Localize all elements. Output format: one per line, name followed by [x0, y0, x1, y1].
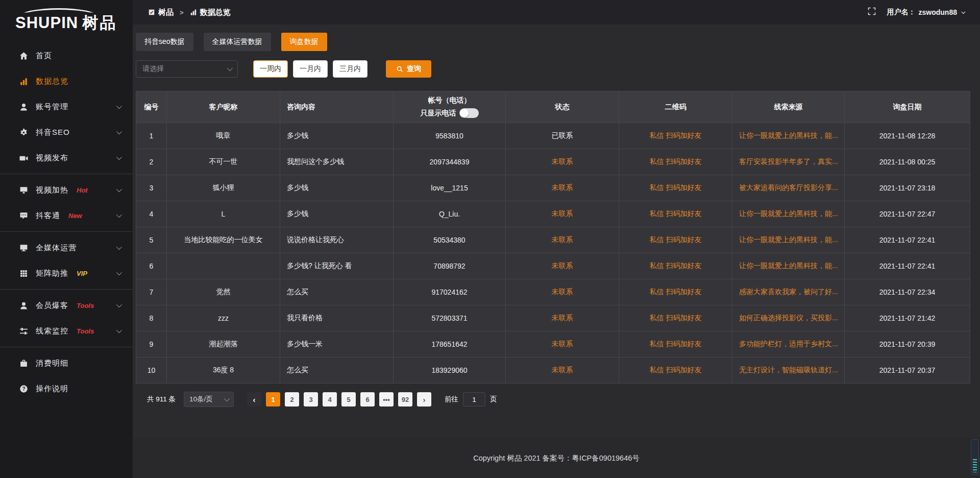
sidebar-item[interactable]: 视频发布 [0, 145, 133, 171]
sidebar-item[interactable] [0, 174, 133, 174]
tab[interactable]: 询盘数据 [281, 33, 327, 51]
breadcrumb-current[interactable]: 数据总览 [190, 8, 231, 17]
source-link[interactable]: 被大家追着问的客厅投影分享... [732, 175, 845, 201]
page-button[interactable]: 3 [304, 392, 318, 407]
page-button[interactable]: 6 [360, 392, 375, 407]
next-page-button[interactable]: › [417, 392, 431, 407]
menu-badge: Hot [77, 186, 88, 194]
sidebar-item[interactable]: 抖客通 New [0, 203, 133, 228]
gear-icon [19, 128, 28, 137]
sidebar-item[interactable]: 数据总览 [0, 68, 133, 94]
page-size-select[interactable]: 10条/页 [184, 392, 234, 407]
filter-select[interactable]: 请选择 [136, 60, 238, 78]
cell-date: 2021-11-07 22:47 [845, 201, 970, 227]
breadcrumb-root[interactable]: 树品 [148, 8, 174, 17]
page-button[interactable]: 4 [323, 392, 337, 407]
cell-no: 10 [136, 357, 167, 384]
goto-page-input[interactable] [463, 392, 485, 407]
period-buttons: 一周内 一月内 三月内 [253, 60, 368, 78]
tab[interactable]: 抖音seo数据 [136, 33, 193, 51]
menu-label: 操作说明 [36, 384, 68, 394]
cell-no: 9 [136, 331, 167, 357]
monitor-icon [19, 244, 28, 252]
qrcode-link[interactable]: 私信 扫码加好友 [619, 357, 732, 384]
cell-status: 未联系 [506, 149, 619, 175]
qrcode-link[interactable]: 私信 扫码加好友 [619, 253, 732, 279]
header-inquiry: 咨询内容 [280, 91, 394, 123]
sidebar-item[interactable]: 抖音SEO [0, 119, 133, 145]
source-link[interactable]: 让你一眼就爱上的黑科技，能... [732, 227, 845, 253]
source-link[interactable]: 客厅安装投影半年多了，真实... [732, 149, 845, 175]
sidebar-item[interactable] [0, 289, 133, 290]
inquiry-table: 编号 客户昵称 咨询内容 帐号（电话） 只显示电话 状态 二维码 线索来源 [136, 91, 970, 384]
chevron-down-icon [116, 129, 122, 134]
page-button[interactable]: 1 [266, 392, 280, 407]
cell-date: 2021-11-07 20:39 [845, 331, 970, 357]
page-button[interactable]: 92 [398, 392, 412, 407]
cell-account: 9583810 [394, 123, 506, 149]
menu-label: 视频加热 [36, 185, 68, 195]
menu-label: 数据总览 [36, 77, 68, 86]
member-icon [19, 301, 28, 310]
qrcode-link[interactable]: 私信 扫码加好友 [619, 227, 732, 253]
source-link[interactable]: 如何正确选择投影仪，买投影... [732, 305, 845, 331]
chevron-down-icon [116, 154, 122, 160]
page-button[interactable]: ••• [379, 392, 394, 407]
prev-page-button[interactable]: ‹ [247, 392, 261, 407]
period-button[interactable]: 一周内 [253, 60, 288, 78]
user-menu[interactable]: 用户名：zswodun88 [887, 8, 967, 17]
page-size-value: 10条/页 [189, 395, 213, 404]
search-button[interactable]: 查询 [386, 60, 431, 78]
period-button[interactable]: 三月内 [333, 60, 368, 78]
qrcode-link[interactable]: 私信 扫码加好友 [619, 279, 732, 305]
source-link[interactable]: 让你一眼就爱上的黑科技，能... [732, 123, 845, 149]
screen-icon [19, 186, 28, 195]
page-button[interactable]: 2 [285, 392, 299, 407]
sidebar-item[interactable]: ? 操作说明 [0, 376, 133, 401]
source-link[interactable]: 让你一眼就爱上的黑科技，能... [732, 201, 845, 227]
app-root: SHUPIN树品 首页 数据总览 [0, 0, 980, 478]
source-link[interactable]: 无主灯设计，智能磁吸轨道灯... [732, 357, 845, 384]
source-link[interactable]: 多功能护栏灯，适用于乡村文... [732, 331, 845, 357]
qrcode-link[interactable]: 私信 扫码加好友 [619, 331, 732, 357]
sidebar-item[interactable]: 首页 [0, 43, 133, 68]
logo-cjk: 树品 [82, 14, 117, 32]
period-button[interactable]: 一月内 [293, 60, 328, 78]
source-link[interactable]: 感谢大家喜欢我家，被问了好... [732, 279, 845, 305]
cell-nickname: L [167, 201, 280, 227]
sidebar-item[interactable]: 会员爆客 Tools [0, 293, 133, 318]
tab[interactable]: 全媒体运营数据 [204, 33, 271, 51]
qrcode-link[interactable]: 私信 扫码加好友 [619, 305, 732, 331]
sidebar-item[interactable] [0, 231, 133, 232]
wallet-icon [19, 359, 28, 368]
logo[interactable]: SHUPIN树品 [0, 5, 133, 35]
topbar: 树品 > 数据总览 用户名：zswodun88 [133, 0, 980, 25]
qrcode-link[interactable]: 私信 扫码加好友 [619, 175, 732, 201]
menu-label: 账号管理 [36, 102, 68, 112]
cell-inquiry: 多少钱? 让我死心 看 [280, 253, 394, 279]
phone-only-toggle[interactable] [459, 108, 479, 118]
breadcrumb-current-label: 数据总览 [200, 8, 231, 17]
sidebar-item[interactable] [0, 347, 133, 347]
sidebar-item[interactable]: 消费明细 [0, 350, 133, 376]
sidebar-item[interactable]: 全媒体运营 [0, 235, 133, 260]
sidebar-item[interactable]: 账号管理 [0, 94, 133, 119]
page-button[interactable]: 5 [341, 392, 356, 407]
header-nickname: 客户昵称 [167, 91, 280, 123]
table-row: 9 潮起潮落 多少钱一米 178651642 未联系 私信 扫码加好友 多功能护… [136, 331, 970, 357]
chevron-down-icon [227, 65, 233, 71]
fullscreen-button[interactable] [868, 7, 876, 17]
cell-account: 183929060 [394, 357, 506, 384]
source-link[interactable]: 让你一眼就爱上的黑科技，能... [732, 253, 845, 279]
qrcode-link[interactable]: 私信 扫码加好友 [619, 201, 732, 227]
sidebar-item[interactable]: 矩阵助推 VIP [0, 260, 133, 286]
qrcode-link[interactable]: 私信 扫码加好友 [619, 123, 732, 149]
breadcrumb: 树品 > 数据总览 [148, 8, 231, 17]
breadcrumb-separator: > [180, 9, 184, 16]
sidebar-item[interactable]: 视频加热 Hot [0, 177, 133, 203]
qrcode-link[interactable]: 私信 扫码加好友 [619, 149, 732, 175]
floating-widget[interactable] [971, 439, 979, 475]
goto-label: 前往 [445, 395, 458, 404]
total-count: 共 911 条 [147, 395, 176, 404]
sidebar-item[interactable]: 线索监控 Tools [0, 318, 133, 344]
